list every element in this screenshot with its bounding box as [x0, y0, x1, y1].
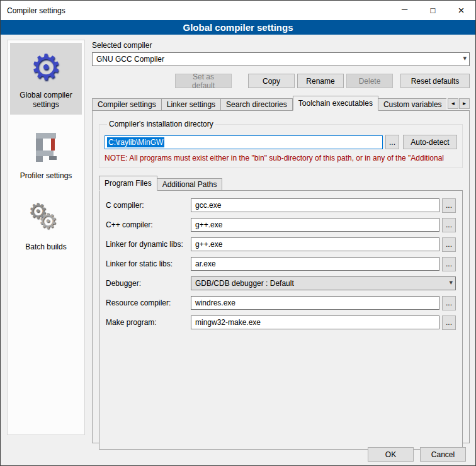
make-program-label: Make program:	[106, 318, 191, 327]
installation-directory-group: Compiler's installation directory C:\ray…	[99, 120, 463, 168]
settings-category-list: ⚙ Global compiler settings Profiler sett…	[7, 40, 85, 435]
sidebar-item-profiler-settings[interactable]: Profiler settings	[10, 123, 82, 186]
c-compiler-label: C compiler:	[106, 201, 191, 210]
linker-dynamic-row: Linker for dynamic libs: g++.exe ...	[106, 237, 456, 251]
debugger-label: Debugger:	[106, 279, 191, 288]
installation-directory-value: C:\raylib\MinGW	[107, 137, 164, 147]
cpp-compiler-browse-button[interactable]: ...	[442, 218, 456, 232]
resource-compiler-browse-button[interactable]: ...	[442, 296, 456, 310]
minimize-button[interactable]: ─	[390, 1, 419, 20]
sidebar-item-label: Global compiler settings	[11, 91, 81, 110]
tab-linker-settings[interactable]: Linker settings	[162, 98, 221, 111]
cpp-compiler-row: C++ compiler: g++.exe ...	[106, 218, 456, 232]
program-tabs-strip: Program Files Additional Paths	[99, 176, 463, 191]
resource-compiler-input[interactable]: windres.exe	[191, 296, 439, 310]
sidebar-item-batch-builds[interactable]: ⚙ ⚙ Batch builds	[10, 195, 82, 257]
ok-button[interactable]: OK	[368, 447, 414, 462]
tab-toolchain-executables[interactable]: Toolchain executables	[293, 96, 378, 111]
dialog-footer: OK Cancel	[368, 447, 466, 462]
installation-directory-group-title: Compiler's installation directory	[107, 120, 215, 128]
resource-compiler-label: Resource compiler:	[106, 298, 191, 307]
tab-search-directories[interactable]: Search directories	[221, 98, 293, 111]
title-bar: Compiler settings ─ □ ×	[1, 1, 475, 20]
make-program-row: Make program: mingw32-make.exe ...	[106, 315, 456, 329]
linker-static-browse-button[interactable]: ...	[442, 257, 456, 271]
profiler-clamp-icon	[11, 127, 81, 169]
sidebar-item-label: Batch builds	[11, 242, 81, 252]
c-compiler-browse-button[interactable]: ...	[442, 198, 456, 213]
compiler-settings-dialog: Compiler settings ─ □ × Global compiler …	[0, 0, 476, 466]
arrow-right-icon: ►	[462, 101, 467, 106]
installation-directory-input[interactable]: C:\raylib\MinGW	[105, 135, 383, 149]
make-program-browse-button[interactable]: ...	[442, 315, 456, 330]
c-compiler-row: C compiler: gcc.exe ...	[106, 198, 456, 212]
program-files-page: C compiler: gcc.exe ... C++ compiler: g+…	[99, 190, 463, 450]
dialog-header-title: Global compiler settings	[183, 22, 293, 33]
maximize-button[interactable]: □	[419, 1, 447, 20]
debugger-dropdown[interactable]: GDB/CDB debugger : Default ▾	[191, 276, 456, 290]
selected-compiler-value: GNU GCC Compiler	[96, 55, 164, 64]
batch-builds-gears-icon: ⚙ ⚙	[11, 198, 81, 240]
maximize-icon: □	[431, 6, 436, 15]
auto-detect-button[interactable]: Auto-detect	[403, 135, 457, 149]
dialog-header: Global compiler settings	[1, 20, 475, 35]
sidebar-item-global-compiler-settings[interactable]: ⚙ Global compiler settings	[10, 43, 82, 115]
chevron-down-icon: ▾	[449, 278, 453, 287]
linker-dynamic-input[interactable]: g++.exe	[191, 237, 439, 251]
toolchain-executables-page: Compiler's installation directory C:\ray…	[92, 110, 470, 443]
minimize-icon: ─	[402, 4, 407, 14]
tab-custom-variables[interactable]: Custom variables	[378, 98, 446, 111]
dialog-body: ⚙ Global compiler settings Profiler sett…	[1, 35, 475, 466]
tab-scroll-left-button[interactable]: ◄	[448, 98, 458, 109]
bin-subdirectory-note: NOTE: All programs must exist either in …	[105, 154, 457, 162]
compiler-actions: Set as default Copy Rename Delete Reset …	[92, 74, 470, 88]
reset-defaults-button[interactable]: Reset defaults	[400, 74, 470, 88]
cancel-button[interactable]: Cancel	[420, 447, 466, 462]
linker-dynamic-label: Linker for dynamic libs:	[106, 240, 191, 249]
arrow-left-icon: ◄	[451, 101, 456, 106]
cpp-compiler-label: C++ compiler:	[106, 220, 191, 229]
delete-button[interactable]: Delete	[346, 74, 393, 88]
main-panel: Selected compiler GNU GCC Compiler ▾ Set…	[92, 40, 470, 443]
resource-compiler-row: Resource compiler: windres.exe ...	[106, 296, 456, 310]
installation-directory-browse-button[interactable]: ...	[385, 135, 399, 149]
close-icon: ×	[458, 4, 465, 17]
make-program-input[interactable]: mingw32-make.exe	[191, 315, 439, 329]
linker-static-row: Linker for static libs: ar.exe ...	[106, 257, 456, 271]
linker-dynamic-browse-button[interactable]: ...	[442, 237, 456, 252]
set-as-default-button[interactable]: Set as default	[175, 74, 232, 88]
tab-additional-paths[interactable]: Additional Paths	[157, 178, 223, 191]
tab-compiler-settings[interactable]: Compiler settings	[92, 98, 162, 111]
c-compiler-input[interactable]: gcc.exe	[191, 198, 439, 212]
tab-scroll-right-button[interactable]: ►	[459, 98, 470, 109]
close-button[interactable]: ×	[447, 1, 475, 20]
debugger-row: Debugger: GDB/CDB debugger : Default ▾	[106, 276, 456, 290]
sidebar-item-label: Profiler settings	[11, 171, 81, 181]
cpp-compiler-input[interactable]: g++.exe	[191, 218, 439, 232]
linker-static-label: Linker for static libs:	[106, 259, 191, 268]
selected-compiler-label: Selected compiler	[92, 41, 470, 50]
rename-button[interactable]: Rename	[297, 74, 344, 88]
linker-static-input[interactable]: ar.exe	[191, 257, 439, 271]
copy-button[interactable]: Copy	[248, 74, 295, 88]
selected-compiler-dropdown[interactable]: GNU GCC Compiler ▾	[92, 52, 470, 66]
compiler-gear-icon: ⚙	[11, 47, 81, 88]
settings-tab-strip: Compiler settings Linker settings Search…	[92, 96, 470, 111]
chevron-down-icon: ▾	[463, 54, 467, 62]
tab-program-files[interactable]: Program Files	[99, 176, 157, 191]
window-title: Compiler settings	[1, 6, 390, 15]
